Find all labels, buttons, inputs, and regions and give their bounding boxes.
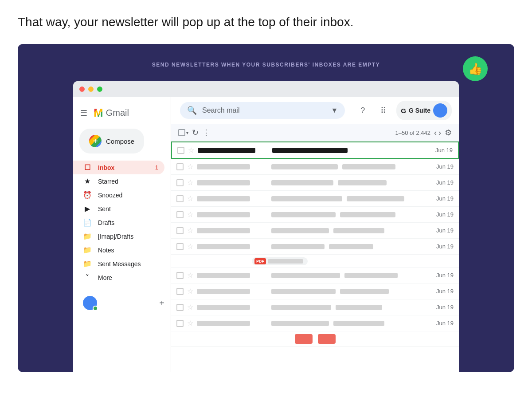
sender-bar	[197, 196, 250, 201]
sidebar-item-sent-messages[interactable]: 📁 Sent Messages	[73, 257, 164, 271]
apps-button[interactable]: ⠿	[376, 103, 390, 118]
table-row[interactable]: ☆ Jun 19	[171, 267, 459, 283]
sidebar-item-sent[interactable]: ▶ Sent	[73, 202, 164, 216]
subject-bar	[272, 148, 348, 153]
star-icon[interactable]: ☆	[187, 271, 193, 279]
table-row[interactable]: ☆ Jun 19	[171, 207, 459, 223]
email-content	[271, 180, 430, 185]
close-dot[interactable]	[79, 87, 85, 92]
thumbs-up-icon: 👍	[468, 62, 482, 76]
email-checkbox[interactable]	[176, 163, 184, 170]
table-row[interactable]: ☆ Jun 19	[171, 283, 459, 299]
sidebar-label-snoozed: Snoozed	[98, 192, 158, 199]
sidebar-item-starred[interactable]: ★ Starred	[73, 174, 164, 188]
sidebar-item-inbox[interactable]: ☐ Inbox 1	[73, 161, 164, 174]
prev-page-button[interactable]: ‹	[434, 128, 437, 138]
star-icon[interactable]: ☆	[187, 303, 193, 311]
star-icon[interactable]: ☆	[187, 287, 193, 295]
hamburger-icon[interactable]: ☰	[80, 108, 87, 118]
email-checkbox[interactable]	[177, 147, 184, 154]
email-date: Jun 19	[434, 227, 454, 234]
table-row[interactable]: ☆ Jun 19	[171, 299, 459, 315]
sidebar-item-imap-drafts[interactable]: 📁 [Imap]/Drafts	[73, 229, 164, 243]
gsuite-button[interactable]: G G Suite	[396, 101, 452, 120]
drafts-icon: 📄	[83, 218, 92, 227]
select-all-checkbox[interactable]	[178, 129, 185, 136]
sidebar-item-snoozed[interactable]: ⏰ Snoozed	[73, 188, 164, 202]
main-content: 🔍 Search mail ▼ ? ⠿ G G Suite	[171, 97, 459, 372]
email-checkbox[interactable]	[176, 243, 184, 250]
table-row[interactable]: ☆ Jun 19	[171, 159, 459, 175]
search-input[interactable]: Search mail	[202, 106, 325, 114]
email-sender	[197, 244, 268, 249]
subject-bar	[271, 180, 333, 185]
email-date: Jun 19	[434, 179, 454, 186]
star-icon[interactable]: ☆	[187, 162, 193, 171]
star-icon[interactable]: ☆	[187, 178, 193, 187]
sidebar-item-more[interactable]: ˅ More	[73, 271, 164, 284]
star-icon[interactable]: ☆	[188, 146, 194, 154]
attachment-row: PDF	[171, 255, 459, 267]
avatar	[83, 296, 97, 310]
preview-bar	[340, 212, 395, 217]
star-icon[interactable]: ☆	[187, 226, 193, 235]
star-icon[interactable]: ☆	[187, 194, 193, 203]
search-dropdown-icon[interactable]: ▼	[331, 106, 338, 114]
compose-button[interactable]: + Compose	[79, 129, 144, 153]
search-icons: ? ⠿ G G Suite	[356, 101, 452, 120]
select-dropdown-icon[interactable]: ▾	[186, 130, 188, 135]
subject-bar	[271, 196, 342, 201]
email-checkbox[interactable]	[176, 195, 184, 202]
email-sender	[197, 289, 268, 294]
imap-drafts-icon: 📁	[83, 232, 92, 240]
table-row[interactable]: ☆ Jun 19	[171, 223, 459, 239]
email-sender	[197, 228, 268, 233]
email-checkbox[interactable]	[176, 320, 184, 327]
email-checkbox[interactable]	[176, 304, 184, 311]
minimize-dot[interactable]	[88, 87, 94, 92]
email-checkbox[interactable]	[176, 272, 184, 279]
sidebar: ☰ M Gmail + Compose ☐ Inbox 1	[73, 97, 171, 372]
notes-icon: 📁	[83, 246, 92, 254]
email-checkbox[interactable]	[176, 179, 184, 186]
pdf-filename-bar	[268, 259, 303, 264]
email-checkbox[interactable]	[176, 211, 184, 218]
maximize-dot[interactable]	[97, 87, 102, 92]
table-row[interactable]: ☆ Jun 19	[171, 175, 459, 191]
table-row[interactable]: ☆ Jun 19	[171, 142, 459, 159]
star-icon[interactable]: ☆	[187, 242, 193, 251]
add-account-button[interactable]: +	[159, 298, 164, 308]
email-checkbox[interactable]	[176, 288, 184, 295]
star-icon[interactable]: ☆	[187, 319, 193, 327]
subject-bar	[271, 244, 325, 249]
sidebar-item-drafts[interactable]: 📄 Drafts	[73, 216, 164, 229]
gmail-m-icon: M	[94, 106, 103, 120]
more-options-button[interactable]: ⋮	[202, 128, 210, 138]
email-date: Jun 19	[434, 163, 454, 170]
sidebar-item-notes[interactable]: 📁 Notes	[73, 243, 164, 257]
preview-bar	[333, 321, 384, 326]
email-sender	[197, 164, 268, 169]
snoozed-icon: ⏰	[83, 191, 92, 199]
help-button[interactable]: ?	[356, 103, 370, 118]
headline: That way, your newsletter will pop up at…	[18, 13, 514, 31]
inbox-badge: 1	[155, 164, 158, 171]
table-row[interactable]: ☆ Jun 19	[171, 239, 459, 255]
next-page-button[interactable]: ›	[438, 128, 441, 138]
settings-button[interactable]: ⚙	[445, 128, 452, 138]
pagination-nav: ‹ ›	[434, 128, 441, 138]
sidebar-label-inbox: Inbox	[98, 164, 149, 171]
email-content	[271, 212, 430, 217]
table-row[interactable]: ☆ Jun 19	[171, 191, 459, 207]
email-sender	[197, 321, 268, 326]
email-checkbox[interactable]	[176, 227, 184, 234]
gmail-window: ☰ M Gmail + Compose ☐ Inbox 1	[73, 81, 459, 372]
sidebar-label-sent: Sent	[98, 205, 158, 212]
sidebar-label-more: More	[98, 274, 158, 281]
search-bar[interactable]: 🔍 Search mail ▼	[180, 102, 345, 119]
refresh-button[interactable]: ↻	[192, 128, 199, 138]
star-icon[interactable]: ☆	[187, 210, 193, 219]
table-row[interactable]: ☆ Jun 19	[171, 315, 459, 331]
email-content	[271, 289, 430, 294]
select-all-area[interactable]: ▾	[178, 129, 188, 136]
